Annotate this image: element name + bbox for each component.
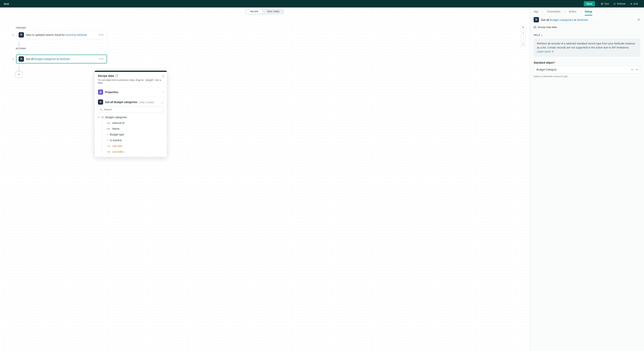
datapill-item[interactable]: 123 List index <box>106 149 164 155</box>
nav-connection[interactable]: Connection <box>547 10 560 13</box>
trigger-section-label: TRIGGER <box>16 27 107 29</box>
test-button[interactable]: Test <box>598 1 611 6</box>
recipe-data-title: Recipe data ? <box>98 74 164 77</box>
recipe-data-subtitle: To use data from a previous step, drag i… <box>98 78 164 84</box>
external-link-icon <box>552 50 554 53</box>
svg-rect-10 <box>534 26 534 28</box>
svg-point-8 <box>100 109 102 110</box>
clear-button[interactable]: ✕ <box>631 68 633 71</box>
mode-tabs: RECIPE TEST JOBS <box>245 9 284 14</box>
datapill-item[interactable]: ABC Internal ID <box>106 120 164 126</box>
play-icon <box>601 3 603 5</box>
step-description: New or updated search result for record … <box>26 33 87 36</box>
help-icon[interactable]: ? <box>116 74 118 77</box>
svg-marker-1 <box>602 3 602 4</box>
trigger-step-card[interactable]: N New or updated search result for recor… <box>16 30 107 39</box>
svg-rect-6 <box>100 92 102 92</box>
fit-view-button[interactable] <box>521 42 526 47</box>
type-ref-icon: ⚭ <box>106 139 108 142</box>
step-menu-button[interactable]: ••• <box>98 57 104 61</box>
learn-more-link[interactable]: Learn more <box>537 50 554 53</box>
collapse-icon[interactable] <box>162 74 164 78</box>
svg-rect-7 <box>100 93 102 93</box>
datapill-item[interactable]: 123 List size <box>106 143 164 149</box>
search-icon <box>100 108 102 111</box>
tab-recipe[interactable]: RECIPE <box>246 9 263 14</box>
netsuite-icon: N <box>98 99 103 105</box>
save-button[interactable]: Save <box>584 1 595 6</box>
map-icon <box>534 26 536 28</box>
type-string-icon: ABC <box>106 122 111 124</box>
tree-group[interactable]: ▼ Budget categories <box>98 114 164 120</box>
properties-icon <box>98 89 103 95</box>
zoom-in-button[interactable]: ＋ <box>521 30 526 35</box>
svg-line-9 <box>102 110 102 111</box>
nav-action[interactable]: Action <box>569 10 576 13</box>
group-map-data-button[interactable]: Group map data <box>530 24 644 31</box>
svg-rect-5 <box>100 91 102 92</box>
action-step-card[interactable]: N Get all Budget categories in NetSuite … <box>16 55 107 63</box>
refresh-button[interactable]: Refresh <box>611 1 628 6</box>
step-menu-button[interactable]: ••• <box>98 33 104 37</box>
step-number: 2 <box>11 58 14 60</box>
type-string-icon: ABC <box>106 128 111 130</box>
step-number: 1 <box>11 33 14 36</box>
chevron-down-icon: ⌄ <box>161 101 164 104</box>
setup-breadcrumb: App → Connection → Action → Setup <box>530 7 644 15</box>
list-icon <box>101 116 104 118</box>
exit-button[interactable]: Exit <box>628 1 640 6</box>
recipe-title: test <box>4 2 9 5</box>
panel-title: Get all Budget categories in NetSuite <box>541 18 588 21</box>
chevron-down-icon: ▼ <box>98 116 100 118</box>
nav-setup[interactable]: Setup <box>585 10 592 13</box>
type-number-icon: 123 <box>106 151 111 153</box>
zoom-out-button[interactable]: － <box>521 36 526 41</box>
netsuite-icon: N <box>18 56 24 62</box>
nav-app[interactable]: App <box>534 10 538 13</box>
add-step-button[interactable]: + <box>16 71 22 78</box>
type-ref-icon: ⚭ <box>106 133 108 136</box>
field-hint: Select a NetSuite record to get. <box>534 75 640 78</box>
help-box: Retrieve all records of a selected stand… <box>534 39 640 56</box>
recipe-data-panel: Recipe data ? To use data from a previou… <box>94 70 167 157</box>
svg-rect-4 <box>522 43 524 45</box>
refresh-icon <box>614 3 616 5</box>
close-icon <box>630 3 632 5</box>
properties-row[interactable]: Properties › <box>98 89 164 95</box>
standard-object-select[interactable]: Budget Category <box>534 66 640 73</box>
chevron-right-icon: › <box>162 91 164 94</box>
field-label: Standard object* <box>534 61 555 64</box>
chevron-up-icon: ▴ <box>541 34 542 36</box>
chevron-right-icon: → <box>541 10 544 13</box>
type-number-icon: 123 <box>106 145 111 147</box>
reset-view-button[interactable] <box>521 25 526 30</box>
undo-icon <box>522 26 524 28</box>
actions-section-label: ACTIONS <box>16 47 107 50</box>
chevron-right-icon: → <box>563 10 566 13</box>
help-toggle[interactable]: HELP ▴ <box>534 34 640 36</box>
svg-rect-11 <box>535 26 536 28</box>
tab-test-jobs[interactable]: TEST JOBS <box>263 9 284 14</box>
step-output-row[interactable]: N Get all Budget categories (Step 2 outp… <box>98 99 164 105</box>
datapill-item[interactable]: ⚭ Budget type <box>106 132 164 137</box>
step-description: Get all Budget categories in NetSuite <box>26 57 70 60</box>
netsuite-icon: N <box>534 17 539 22</box>
datapill-item[interactable]: ⚭ Is inactive <box>106 137 164 143</box>
netsuite-icon: N <box>18 32 24 37</box>
chevron-down-icon: ▼ <box>636 68 638 71</box>
fit-icon <box>522 43 524 46</box>
chevron-right-icon: → <box>579 10 582 13</box>
search-input[interactable] <box>98 106 164 112</box>
datapill-item[interactable]: ABC Name <box>106 126 164 132</box>
close-button[interactable]: ✕ <box>637 18 640 22</box>
